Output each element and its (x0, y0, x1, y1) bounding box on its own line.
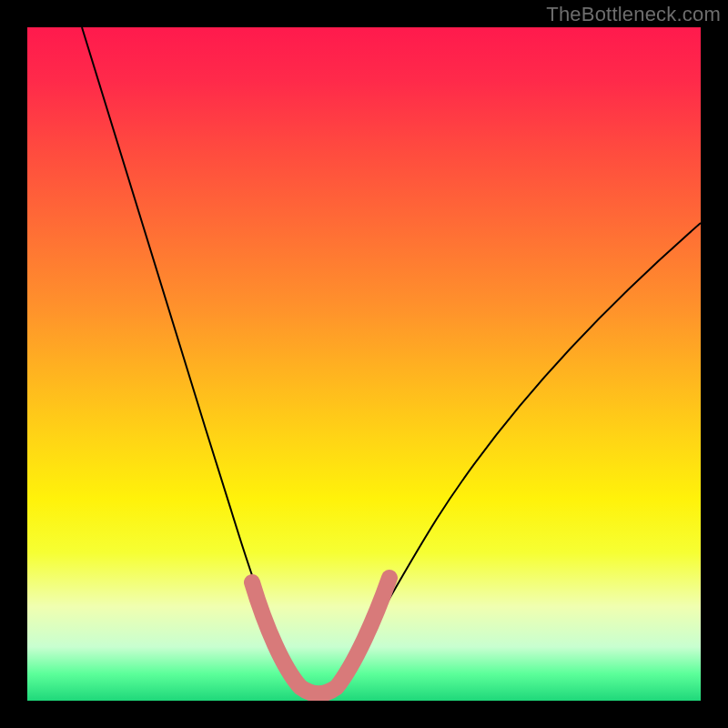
highlight-band (252, 578, 389, 694)
plot-area (27, 27, 701, 701)
bottleneck-curve-right (337, 223, 701, 687)
watermark: TheBottleneck.com (546, 3, 721, 26)
chart-frame: TheBottleneck.com (0, 0, 728, 728)
curve-layer (27, 27, 701, 701)
bottleneck-curve-left (82, 27, 300, 687)
